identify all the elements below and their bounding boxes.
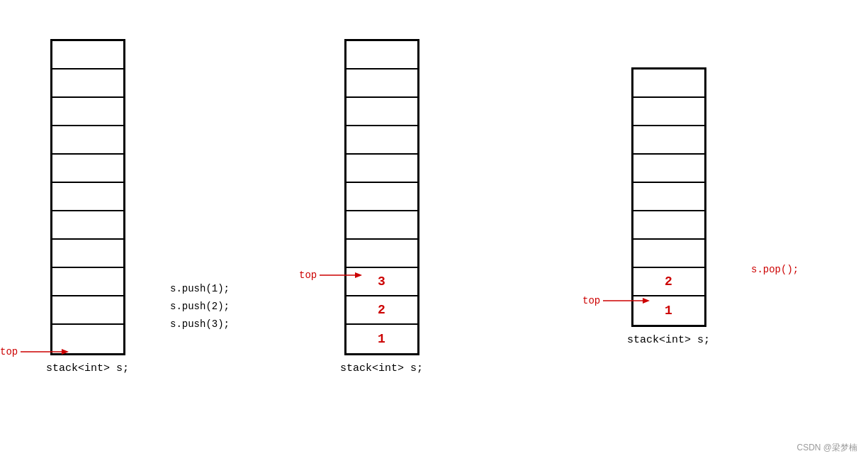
svg-marker-5	[643, 298, 650, 304]
push-code-block: s.push(1); s.push(2); s.push(3);	[170, 280, 230, 334]
pop-code-block: s.pop();	[751, 261, 799, 279]
stack1-arrow-svg	[21, 347, 70, 357]
stack2-top-label: top	[299, 270, 317, 281]
stack3-cell-7: 2	[633, 268, 704, 296]
stack2-wrapper: 3 2 1 stack<int> s;	[340, 39, 423, 374]
stack3-cell-2	[633, 126, 704, 155]
stack2-arrow-svg	[320, 270, 363, 280]
stack1-cell-6	[52, 211, 123, 240]
stack1-arrow-line	[21, 347, 70, 357]
stack1-cell-2	[52, 98, 123, 126]
stack3-label: stack<int> s;	[627, 334, 710, 346]
push-line-1: s.push(1);	[170, 280, 230, 298]
stack1-cell-3	[52, 126, 123, 155]
stack2-cell-4	[346, 155, 417, 183]
stack2-cell-3	[346, 126, 417, 155]
stack3-cell-0	[633, 70, 704, 98]
stack3-arrow-svg	[603, 296, 651, 306]
stack2-top-arrow: top	[299, 270, 363, 281]
stack3-cell-4	[633, 183, 704, 211]
stack2-cell-1	[346, 70, 417, 98]
svg-marker-1	[62, 349, 69, 355]
push-line-3: s.push(3);	[170, 316, 230, 333]
stack1-top-label: top	[0, 346, 18, 357]
stack3-box: 2 1	[631, 67, 706, 327]
stack1-label: stack<int> s;	[46, 362, 129, 374]
stack1-top-arrow: top	[0, 346, 70, 357]
stack1-cell-8	[52, 268, 123, 296]
stack2-cell-10: 1	[346, 325, 417, 353]
stack3-cell-5	[633, 211, 704, 240]
stack1-cell-1	[52, 70, 123, 98]
stack1-box	[50, 39, 125, 355]
stack2-cell-2	[346, 98, 417, 126]
stack1-cell-7	[52, 240, 123, 268]
svg-marker-3	[355, 272, 362, 278]
pop-code-text: s.pop();	[751, 264, 799, 275]
stack2-cell-9: 2	[346, 296, 417, 325]
stack3-cell-6	[633, 240, 704, 268]
diagram-container: stack<int> s; top s.push(1); s.push(2); …	[0, 0, 868, 461]
push-line-2: s.push(2);	[170, 298, 230, 316]
stack3-cell-1	[633, 98, 704, 126]
stack2-cell-7	[346, 240, 417, 268]
stack1-cell-4	[52, 155, 123, 183]
stack2-label: stack<int> s;	[340, 362, 423, 374]
stack2-cell-5	[346, 183, 417, 211]
stack2-cell-6	[346, 211, 417, 240]
stack3-arrow-line	[603, 296, 651, 306]
stack3-top-label: top	[582, 295, 600, 306]
stack3-cell-3	[633, 155, 704, 183]
stack2-cell-0	[346, 41, 417, 70]
watermark: CSDN @梁梦楠	[796, 442, 857, 454]
stack3-top-arrow: top	[582, 295, 651, 306]
stack1-cell-0	[52, 41, 123, 70]
stack2-box: 3 2 1	[344, 39, 419, 355]
stack2-arrow-line	[320, 270, 363, 280]
stack1-cell-9	[52, 296, 123, 325]
stack1-wrapper: stack<int> s;	[46, 39, 129, 374]
stack1-cell-5	[52, 183, 123, 211]
